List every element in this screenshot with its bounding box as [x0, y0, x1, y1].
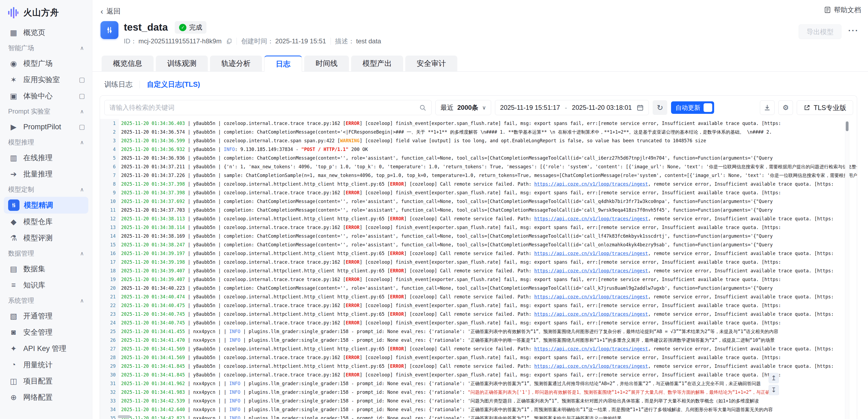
status-check-icon: ✓: [179, 24, 186, 31]
log-settings-button[interactable]: ⚙: [778, 100, 793, 115]
log-line: 192025-11-20 01:34:39.407 | y8aubb5n | c…: [100, 275, 857, 284]
line-number: 11: [100, 206, 116, 214]
vertical-scrollbar[interactable]: [845, 121, 849, 419]
subtab-custom-logs-tls[interactable]: 自定义日志(TLS): [147, 80, 200, 89]
sidebar-section-system-mgmt[interactable]: 系统管理∧: [0, 293, 92, 308]
line-number: 28: [100, 353, 116, 362]
back-button[interactable]: ‹ 返回: [100, 6, 121, 16]
log-line: 252025-11-20 01:34:41.455 | nxx4pycn | |…: [100, 327, 857, 336]
tab-model-output[interactable]: 模型产出: [351, 56, 403, 71]
log-lines: 12025-11-20 01:34:36.403 | y8aubb5n | co…: [100, 119, 857, 419]
network-config-icon: ⊕: [8, 393, 19, 402]
copy-id-button[interactable]: [226, 38, 232, 44]
log-line: 32025-11-20 01:34:36.599 | y8aubb5n | co…: [100, 136, 857, 145]
line-number: 24: [100, 319, 116, 327]
horizontal-scrollbar-thumb[interactable]: [118, 415, 130, 418]
sidebar-item-model-repo[interactable]: ◆模型仓库: [0, 214, 92, 230]
recent-label: 最近: [440, 103, 454, 112]
sidebar-item-security-mgmt[interactable]: ◙安全管理: [0, 324, 92, 340]
tls-pro-label: TLS专业版: [813, 103, 846, 112]
tab-trace-analysis[interactable]: 轨迹分析: [210, 56, 262, 71]
search-icon[interactable]: [419, 104, 426, 111]
line-number: 22: [100, 301, 116, 310]
scroll-to-bottom-button[interactable]: ↧: [769, 385, 779, 395]
log-subtabs: 训练日志自定义日志(TLS): [104, 80, 200, 89]
line-number: 7: [100, 171, 116, 180]
sidebar-section-data-mgmt[interactable]: 数据管理∧: [0, 246, 92, 261]
sidebar-item-label: 知识库: [23, 280, 45, 290]
job-header: test_data ✓ 完成 ID： mcj-20251119155117-h8…: [100, 21, 381, 46]
dataset-icon: ▤: [8, 265, 19, 273]
sidebar-item-experience-center[interactable]: ▣体验中心▢: [0, 88, 92, 104]
line-number: 17: [100, 258, 116, 266]
line-number: 29: [100, 362, 116, 370]
page-title: test_data: [124, 22, 168, 33]
refresh-button[interactable]: ↻: [653, 100, 667, 115]
scroll-to-top-button[interactable]: ↥: [769, 373, 779, 383]
chevron-up-icon: ∧: [80, 297, 84, 304]
auto-refresh-toggle[interactable]: 自动更新: [671, 101, 714, 114]
sidebar-item-label: 体验中心: [23, 91, 53, 101]
sidebar-section-model-custom[interactable]: 模型定制∧: [0, 182, 92, 197]
open-window-icon: ▢: [79, 76, 85, 84]
more-actions-button[interactable]: ···: [848, 26, 859, 35]
sidebar-item-network-config[interactable]: ⊕网络配置: [0, 389, 92, 406]
line-number: 8: [100, 180, 116, 188]
tab-timeline[interactable]: 时间线: [304, 56, 349, 71]
help-doc-label: 帮助文档: [834, 5, 861, 14]
sidebar-item-model-finetune[interactable]: 模型精调: [4, 197, 88, 214]
line-number: 27: [100, 345, 116, 353]
sidebar-item-usage-stats[interactable]: ◔用量统计: [0, 357, 92, 373]
date-separator: -: [565, 104, 567, 111]
sidebar-item-promptpilot[interactable]: ▶PromptPilot▢: [0, 119, 92, 135]
sidebar-item-label: 模型评测: [23, 233, 53, 243]
subtab-training-logs[interactable]: 训练日志: [104, 80, 132, 89]
date-range-picker[interactable]: 2025-11-19 15:51:17 - 2025-11-20 03:18:0…: [495, 100, 649, 115]
sidebar-item-project-config[interactable]: ◫项目配置: [0, 373, 92, 389]
tab-overview-info[interactable]: 概览信息: [101, 56, 154, 71]
recent-count-select[interactable]: 最近 2000条 ∨: [435, 100, 491, 115]
sidebar-item-label: API Key 管理: [23, 343, 66, 353]
line-number: 4: [100, 145, 116, 154]
tab-security-audit[interactable]: 安全审计: [405, 56, 457, 71]
promptpilot-icon: ▶: [8, 122, 19, 131]
sidebar-item-api-key-mgmt[interactable]: ✦API Key 管理: [0, 340, 92, 357]
tab-logs[interactable]: 日志: [264, 56, 302, 71]
sidebar-item-batch-inference[interactable]: ➔批量推理: [0, 166, 92, 182]
log-line: 72025-11-20 01:34:37.226 | y8aubb5n | sa…: [100, 171, 857, 180]
log-panel: 最近 2000条 ∨ 2025-11-19 15:51:17 - 2025-11…: [100, 95, 857, 419]
sidebar-item-knowledge-base[interactable]: ≡知识库: [0, 277, 92, 293]
brand-name: 火山方舟: [23, 7, 59, 19]
search-input[interactable]: [110, 104, 419, 111]
vertical-scrollbar-thumb[interactable]: [846, 121, 848, 131]
log-line: 182025-11-20 01:34:39.407 | y8aubb5n | c…: [100, 266, 857, 275]
desc-value: test data: [356, 37, 381, 45]
sidebar-item-model-plaza[interactable]: ◉模型广场: [0, 55, 92, 71]
recent-value: 2000条: [457, 103, 478, 112]
export-model-button[interactable]: 导出模型: [799, 24, 841, 39]
sidebar-item-model-eval[interactable]: ⚗模型评测: [0, 230, 92, 246]
download-logs-button[interactable]: [760, 100, 775, 115]
model-plaza-icon: ◉: [8, 59, 19, 68]
sidebar-item-online-inference[interactable]: ▥在线推理: [0, 150, 92, 166]
sidebar-section-prompt-lab[interactable]: Prompt 实验室∧: [0, 104, 92, 119]
sidebar-item-activation-mgmt[interactable]: ▧开通管理: [0, 308, 92, 324]
log-line: 152025-11-20 01:34:38.247 | y8aubb5n | c…: [100, 240, 857, 249]
tab-training-observe[interactable]: 训练观测: [156, 56, 208, 71]
log-line: 122025-11-20 01:34:38.113 | y8aubb5n | c…: [100, 214, 857, 223]
help-doc-link[interactable]: 帮助文档: [824, 5, 861, 14]
calendar-icon: [637, 104, 644, 111]
sidebar-item-label: 模型精调: [24, 200, 53, 210]
tls-pro-button[interactable]: TLS专业版: [797, 100, 853, 115]
sidebar-item-app-lab[interactable]: ✶应用实验室▢: [0, 71, 92, 88]
log-line: 262025-11-20 01:34:41.470 | nxx4pycn | |…: [100, 336, 857, 345]
log-line: 232025-11-20 01:34:40.745 | y8aubb5n | c…: [100, 310, 857, 319]
log-line: 302025-11-20 01:34:41.845 | y8aubb5n | c…: [100, 370, 857, 379]
sidebar-item-overview[interactable]: ▦概览页: [0, 24, 92, 41]
sidebar-section-ai-plaza[interactable]: 智能广场∧: [0, 41, 92, 55]
line-number: 3: [100, 136, 116, 145]
sidebar-item-label: 应用实验室: [23, 75, 60, 85]
sidebar-section-model-inference[interactable]: 模型推理∧: [0, 135, 92, 150]
sidebar-item-dataset[interactable]: ▤数据集: [0, 261, 92, 277]
download-icon: [764, 104, 771, 111]
